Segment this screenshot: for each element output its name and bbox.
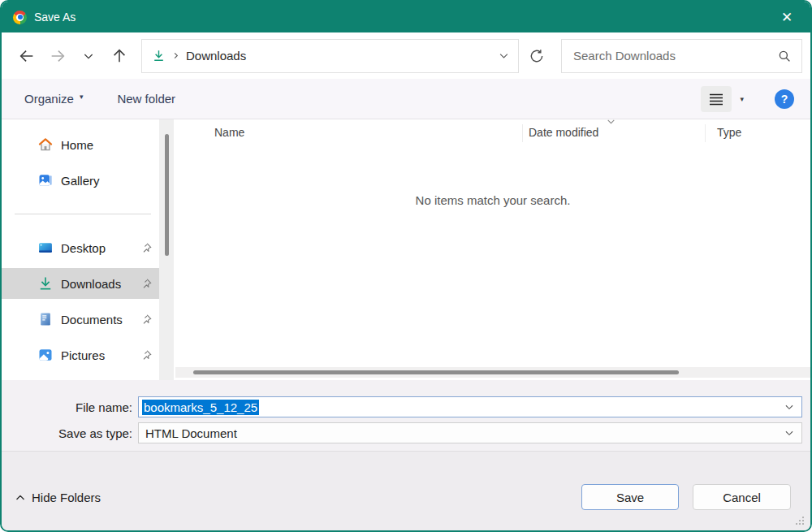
recent-locations-button[interactable] (73, 41, 104, 71)
empty-state-message: No items match your search. (175, 193, 810, 207)
dialog-footer: Hide Folders Save Cancel (2, 451, 810, 530)
chevron-down-icon (82, 50, 95, 63)
command-toolbar: Organize ▾ New folder ▾ ? (2, 79, 810, 119)
back-button[interactable] (11, 41, 42, 71)
resize-grip[interactable] (793, 514, 806, 526)
sidebar-item-downloads[interactable]: Downloads (2, 268, 159, 299)
sidebar-item-label: Downloads (61, 277, 121, 291)
sidebar-divider (15, 214, 151, 214)
back-arrow-icon (18, 47, 36, 65)
search-box[interactable] (561, 39, 802, 73)
organize-caret-icon: ▾ (80, 93, 84, 101)
file-name-input[interactable]: bookmarks_5_12_25 (138, 396, 802, 417)
sidebar-scrollbar[interactable] (159, 119, 175, 380)
horizontal-scrollbar[interactable] (175, 367, 810, 378)
list-view-icon (709, 93, 723, 106)
column-header-date-modified[interactable]: Date modified (529, 126, 598, 139)
window-title: Save As (34, 11, 76, 24)
help-button[interactable]: ? (775, 89, 794, 109)
refresh-button[interactable] (519, 39, 555, 73)
file-name-section: File name: bookmarks_5_12_25 Save as typ… (2, 380, 810, 451)
forward-arrow-icon (49, 47, 67, 65)
chrome-logo-icon (13, 11, 27, 24)
hide-folders-label: Hide Folders (32, 491, 101, 504)
desktop-icon (37, 240, 54, 256)
sidebar-item-gallery[interactable]: Gallery (2, 165, 159, 196)
navigation-bar: Downloads (2, 32, 810, 79)
sort-direction-icon (606, 116, 616, 127)
pictures-icon (37, 347, 54, 363)
pin-icon[interactable] (140, 242, 153, 254)
chevron-up-icon (15, 492, 26, 504)
column-separator[interactable] (522, 124, 523, 142)
address-bar[interactable]: Downloads (141, 39, 519, 73)
organize-button[interactable]: Organize ▾ (24, 92, 83, 106)
view-mode-button[interactable] (701, 86, 732, 112)
save-as-dialog: Save As ✕ (0, 0, 812, 532)
up-button[interactable] (104, 41, 135, 71)
gallery-icon (37, 172, 54, 188)
pin-icon[interactable] (140, 349, 153, 361)
breadcrumb-chevron-icon (171, 51, 180, 60)
save-as-type-dropdown-chevron-icon[interactable] (784, 427, 795, 439)
save-as-type-value: HTML Document (145, 426, 237, 440)
up-arrow-icon (110, 47, 128, 65)
content-area: Home Gallery Desktop (2, 119, 810, 380)
sidebar-item-label: Pictures (61, 348, 105, 362)
downloads-icon (37, 275, 54, 292)
save-as-type-label: Save as type: (2, 426, 138, 440)
forward-button[interactable] (42, 41, 73, 71)
sidebar-item-pictures[interactable]: Pictures (2, 340, 159, 370)
address-dropdown-chevron-icon[interactable] (498, 50, 510, 62)
sidebar-item-desktop[interactable]: Desktop (2, 232, 159, 263)
titlebar: Save As ✕ (2, 2, 810, 32)
sidebar-item-label: Gallery (61, 174, 100, 188)
save-as-type-select[interactable]: HTML Document (138, 422, 802, 443)
home-icon (37, 136, 54, 153)
column-header-type[interactable]: Type (717, 126, 741, 139)
search-icon[interactable] (777, 49, 792, 63)
column-separator[interactable] (705, 124, 706, 142)
sidebar-item-home[interactable]: Home (2, 129, 159, 160)
file-name-selected-text: bookmarks_5_12_25 (142, 400, 259, 415)
sidebar-item-label: Home (61, 138, 93, 152)
horizontal-scrollbar-thumb[interactable] (193, 370, 679, 374)
organize-label: Organize (24, 92, 74, 106)
sidebar-item-documents[interactable]: Documents (2, 304, 159, 335)
file-name-dropdown-chevron-icon[interactable] (784, 401, 795, 413)
sidebar-item-label: Desktop (61, 241, 106, 255)
save-button[interactable]: Save (581, 484, 679, 510)
breadcrumb-location[interactable]: Downloads (186, 49, 246, 63)
column-header-name[interactable]: Name (214, 126, 244, 139)
downloads-icon (152, 49, 166, 63)
file-list-area[interactable]: No items match your search. (175, 146, 810, 380)
refresh-icon (529, 48, 545, 64)
view-mode-caret-icon[interactable]: ▾ (740, 95, 744, 103)
new-folder-label: New folder (117, 92, 175, 106)
file-list: Name Date modified Type No items match y… (175, 119, 810, 380)
sidebar-scrollbar-thumb[interactable] (165, 134, 169, 256)
column-headers: Name Date modified Type (175, 119, 810, 146)
pin-icon[interactable] (140, 314, 153, 326)
search-input[interactable] (573, 49, 777, 63)
help-label: ? (781, 93, 788, 106)
navigation-pane: Home Gallery Desktop (2, 119, 159, 380)
pin-icon[interactable] (140, 278, 153, 290)
file-name-label: File name: (2, 400, 138, 414)
hide-folders-button[interactable]: Hide Folders (15, 491, 101, 504)
sidebar-item-label: Documents (61, 313, 123, 327)
new-folder-button[interactable]: New folder (117, 92, 175, 106)
documents-icon (37, 311, 54, 327)
cancel-button[interactable]: Cancel (693, 484, 791, 510)
close-icon[interactable]: ✕ (775, 11, 799, 24)
